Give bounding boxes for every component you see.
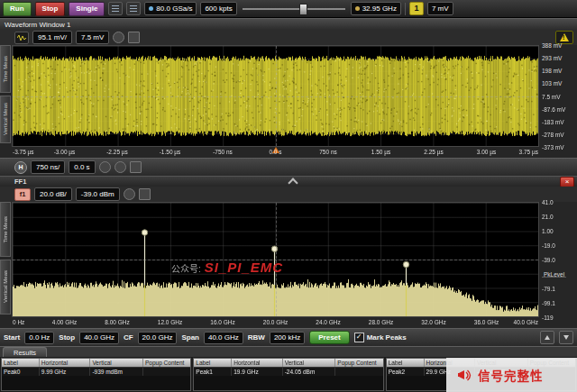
mark-peaks-checkbox[interactable]: ✓ Mark Peaks [354, 333, 407, 342]
settings-icon[interactable] [108, 2, 123, 15]
peak-level: -939 mdBm [90, 368, 143, 376]
acquisition-icon [149, 6, 153, 11]
peak-frequency: 9.99 GHz [40, 368, 91, 376]
scope-controls: 95.1 mV/ 7.5 mV ! [0, 30, 577, 45]
display-mode-icon[interactable] [139, 188, 151, 200]
column-header: Popup Content [335, 359, 382, 367]
rbw-label: RBW [248, 333, 265, 342]
scope-voffset-field[interactable]: 7.5 mV [76, 31, 109, 44]
start-label: Start [4, 333, 20, 342]
scope-plot[interactable] [12, 45, 539, 147]
tab-vertical-meas[interactable]: Vertical Meas [0, 260, 11, 315]
tab-time-meas[interactable]: Time Meas [0, 45, 11, 93]
axis-tick-label: 3.00 µs [477, 149, 496, 155]
scope-voltage-axis: 388 mV 293 mV 198 mV 103 mV 7.5 mV -87.6… [539, 45, 577, 147]
slider-track [243, 8, 345, 10]
axis-tick-label: -373 mV [542, 144, 564, 150]
tab-time-meas[interactable]: Time Meas [0, 202, 11, 257]
horizontal-bar: H 750 ns/ 0.0 s [0, 158, 577, 176]
single-button[interactable]: Single [69, 2, 105, 16]
axis-tick-label: 750 ns [319, 149, 337, 155]
fft-panel-title: FF1 [14, 178, 26, 186]
fft-reflevel-field[interactable]: -39.0 dBm [76, 187, 120, 201]
channel-1-button[interactable]: 1 [409, 2, 424, 15]
peak-popup [335, 368, 382, 376]
search-icon[interactable] [114, 161, 126, 173]
stop-button[interactable]: Stop [35, 2, 66, 16]
segmented-memory-icon[interactable] [130, 161, 142, 173]
marker-icon[interactable] [113, 32, 124, 43]
scope-time-axis: -3.75 µs -3.00 µs -2.25 µs -1.50 µs -750… [12, 147, 539, 158]
close-icon[interactable]: × [560, 177, 574, 187]
timebase-slider[interactable] [241, 3, 347, 14]
fft-plot[interactable] [12, 202, 539, 317]
display-mode-icon[interactable] [128, 32, 140, 43]
down-arrow-icon [563, 335, 569, 340]
axis-tick-label: 21.0 [542, 214, 554, 220]
column-header: Label [2, 359, 40, 367]
slider-handle[interactable] [299, 4, 307, 15]
sample-rate-value: 80.0 GSa/s [156, 5, 192, 13]
table-header: Label Horizontal Vertical Popup Content [194, 359, 382, 367]
table-row[interactable]: Peak1 19.9 GHz -24.05 dBm [194, 367, 382, 376]
start-field[interactable]: 0.0 Hz [24, 332, 54, 344]
axis-tick-label: -3.00 µs [54, 149, 76, 155]
timebase-field[interactable]: 750 ns/ [31, 160, 65, 174]
bandwidth-field[interactable]: 32.95 GHz [351, 2, 401, 15]
column-header: Label [387, 359, 425, 367]
fft-function-badge[interactable]: f1 [14, 188, 31, 201]
table-row[interactable]: Peak0 9.99 GHz -939 mdBm [2, 367, 190, 376]
checkbox-icon: ✓ [354, 333, 364, 342]
scroll-up-button[interactable] [540, 331, 554, 344]
fft-level-axis: 41.0 21.0 1.00 -19.0 -39.0 -59.1 -79.1 -… [539, 202, 577, 317]
axis-tick-label: 28.0 GHz [369, 319, 393, 325]
scroll-down-button[interactable] [559, 331, 573, 344]
axis-tick-label: 0.0 s [269, 149, 281, 155]
run-button[interactable]: Run [3, 2, 32, 16]
bandwidth-value: 32.95 GHz [362, 5, 397, 13]
results-table: Label Horizontal Vertical Popup Content … [193, 358, 383, 391]
column-header: Label [194, 359, 232, 367]
center-horizontal-gridline [13, 96, 538, 97]
axis-tick-label: 3.75 µs [519, 149, 538, 155]
channel-scale-field[interactable]: 7 mV [427, 2, 453, 15]
column-header: Horizontal [232, 359, 283, 367]
table-header: Label Horizontal Vertical Popup Content [2, 359, 190, 367]
stop-field[interactable]: 40.0 GHz [79, 332, 119, 344]
memory-depth-field[interactable]: 600 kpts [200, 2, 236, 15]
rbw-field[interactable]: 200 kHz [270, 332, 305, 344]
spacer [26, 177, 560, 187]
fft-side-tabs: Time Meas Vertical Meas [0, 202, 12, 317]
cf-field[interactable]: 20.0 GHz [138, 332, 178, 344]
axis-tick-label: 1.00 [542, 228, 554, 234]
h-position-field[interactable]: 0.0 s [69, 160, 95, 174]
axis-tick-label: -1.50 µs [160, 149, 181, 155]
preset-button[interactable]: Preset [309, 331, 349, 344]
scope-region: Time Meas Vertical Meas 388 mV 293 mV 19… [0, 45, 577, 158]
fft-vscale-field[interactable]: 20.0 dB/ [34, 187, 72, 201]
span-field[interactable]: 40.0 GHz [204, 332, 243, 344]
column-header: Vertical [90, 359, 143, 367]
axis-tick-label: 41.0 [542, 199, 554, 205]
sample-rate-field[interactable]: 80.0 GSa/s [144, 2, 197, 15]
results-table: Label Horizontal Vertical Popup Content … [1, 358, 191, 391]
axis-tick-label: 12.0 GHz [158, 319, 182, 325]
axis-tick-label: -183 mV [542, 118, 564, 124]
watermark-brand-text: 信号完整性 [478, 366, 544, 384]
fft-frequency-axis: 0 Hz 4.00 GHz 8.00 GHz 12.0 GHz 16.0 GHz… [12, 317, 539, 328]
axis-tick-label: 20.0 GHz [263, 319, 288, 325]
peak-frequency: 19.9 GHz [232, 368, 283, 376]
marker-icon[interactable] [124, 188, 135, 200]
axis-tick-label: 40.0 GHz [514, 319, 538, 325]
tab-vertical-meas[interactable]: Vertical Meas [0, 96, 11, 143]
axis-tick-label: 16.0 GHz [210, 319, 234, 325]
stop-label: Stop [59, 333, 75, 342]
axis-tick-label: 2.25 µs [424, 149, 443, 155]
axis-tick-label: 24.0 GHz [316, 319, 340, 325]
pk-level-marker[interactable]: PkLevel [542, 271, 566, 278]
axis-tick-label: 8.00 GHz [105, 319, 129, 325]
zoom-icon[interactable] [99, 161, 111, 173]
top-toolbar: Run Stop Single 80.0 GSa/s 600 kpts 32.9… [0, 0, 577, 18]
display-icon[interactable] [126, 2, 141, 15]
scope-vscale-field[interactable]: 95.1 mV/ [32, 31, 72, 44]
